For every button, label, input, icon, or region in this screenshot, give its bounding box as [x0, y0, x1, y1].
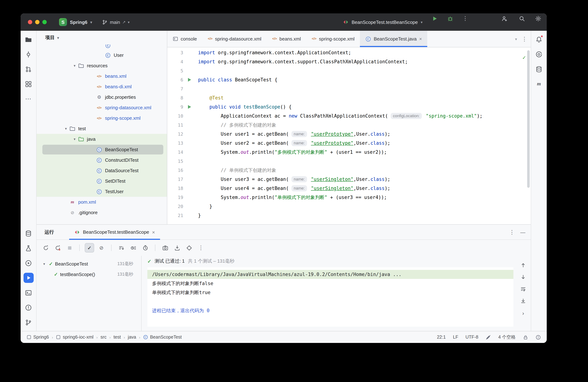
tool-services-button[interactable]: [23, 258, 34, 268]
tree-item-java[interactable]: ▾java: [37, 134, 167, 144]
tool-database-button[interactable]: [23, 228, 34, 238]
run-gutter-icon[interactable]: [186, 104, 192, 110]
editor-scrollbar[interactable]: [527, 50, 530, 188]
editor-tab-spring-datasource.xml[interactable]: </>spring-datasource.xml: [202, 31, 267, 47]
tree-item-.gitignore[interactable]: ⊘.gitignore: [37, 207, 167, 218]
test-node-testBeanScope()[interactable]: ✓testBeanScope()131毫秒: [37, 269, 141, 280]
breadcrumb-item[interactable]: spring6-ioc-xml: [56, 335, 94, 340]
project-panel-header[interactable]: 项目 ▾: [37, 31, 167, 44]
tool-version-control-button[interactable]: [23, 317, 34, 327]
close-tab-icon[interactable]: ×: [419, 36, 422, 42]
scroll-end-button[interactable]: [519, 297, 527, 305]
stop-button[interactable]: [65, 243, 74, 252]
import-results-button[interactable]: [172, 243, 182, 252]
editor-tab-beans.xml[interactable]: </>beans.xml: [267, 31, 306, 47]
screenshot-button[interactable]: [160, 243, 170, 252]
hidden-tabs-button[interactable]: ▾: [515, 31, 517, 47]
tool-terminal-button[interactable]: [23, 287, 34, 298]
tool-ai-assistant-button[interactable]: [534, 49, 544, 59]
tool-problems-button[interactable]: [23, 303, 34, 313]
soft-wrap-button[interactable]: [519, 285, 527, 293]
tree-item-jdbc.properties[interactable]: ⚙jdbc.properties: [37, 92, 167, 102]
status-widget[interactable]: LF: [453, 335, 458, 340]
test-node-BeanScopeTest[interactable]: ▾✓BeanScopeTest131毫秒: [37, 259, 141, 269]
breadcrumb-item[interactable]: test: [113, 335, 121, 340]
tree-item-beans-di.xml[interactable]: </>beans-di.xml: [37, 81, 167, 92]
sort-alpha-button[interactable]: [117, 243, 126, 252]
tree-item-SetDITest[interactable]: CSetDITest: [37, 176, 167, 186]
run-button[interactable]: [429, 13, 440, 23]
close-window-button[interactable]: [28, 20, 32, 24]
status-widget[interactable]: 4 个空格: [498, 334, 516, 340]
tree-item-pom.xml[interactable]: mpom.xml: [37, 197, 167, 207]
hide-panel-button[interactable]: —: [519, 228, 527, 237]
status-widget[interactable]: 22:1: [437, 335, 446, 340]
zoom-window-button[interactable]: [42, 20, 47, 24]
tool-more-button[interactable]: ⋯: [23, 94, 34, 104]
tool-database-button[interactable]: [534, 64, 544, 74]
tool-project-button[interactable]: [23, 34, 34, 44]
branch-widget[interactable]: main ↗ ▾: [102, 19, 130, 25]
chevron-down-icon[interactable]: ▾: [42, 262, 47, 266]
tool-maven-button[interactable]: m: [534, 79, 544, 89]
breadcrumb-item[interactable]: CBeanScopeTest: [143, 335, 182, 340]
tool-run-button[interactable]: [23, 273, 34, 283]
debug-button[interactable]: [445, 13, 455, 23]
inspections-passed-icon[interactable]: ✓: [523, 53, 526, 62]
breadcrumb-item[interactable]: java: [128, 335, 136, 340]
tree-item-DataSourceTest[interactable]: CDataSourceTest: [37, 165, 167, 176]
tree-item-TestUser[interactable]: CTestUser: [37, 186, 167, 197]
rerun-button[interactable]: [41, 243, 50, 252]
tree-item-spring-scope.xml[interactable]: </>spring-scope.xml: [37, 113, 167, 123]
editor-tab-spring-scope.xml[interactable]: </>spring-scope.xml: [306, 31, 360, 47]
more-v-button[interactable]: ⋮: [196, 243, 206, 252]
sort-duration-button[interactable]: [128, 243, 138, 252]
lock-icon[interactable]: [523, 334, 528, 340]
expand-button[interactable]: ›: [519, 308, 527, 317]
breadcrumb-item[interactable]: Spring6: [26, 335, 49, 340]
breadcrumb-item[interactable]: src: [101, 335, 106, 340]
tab-options-button[interactable]: ⋮: [522, 31, 527, 47]
editor-tab-BeanScopeTest.java[interactable]: CBeanScopeTest.java×: [360, 31, 427, 47]
readonly-icon[interactable]: [485, 334, 491, 340]
tree-item-BeanScopeTest[interactable]: CBeanScopeTest: [37, 144, 167, 155]
pin-button[interactable]: [184, 243, 194, 252]
tree-item-test[interactable]: ▾test: [37, 123, 167, 134]
run-tab[interactable]: BeanScopeTest.testBeanScope ×: [69, 225, 160, 240]
code-editor[interactable]: 3import org.springframework.context.Appl…: [167, 47, 531, 224]
editor-tab-console[interactable]: console: [167, 31, 202, 47]
chevron-down-icon[interactable]: ▾: [63, 127, 69, 131]
run-gutter-icon[interactable]: [186, 77, 192, 82]
status-widget[interactable]: UTF-8: [465, 335, 478, 340]
tree-item[interactable]: C: [37, 44, 167, 50]
chevron-down-icon[interactable]: ▾: [71, 137, 78, 141]
tool-notifications-button[interactable]: [534, 34, 544, 44]
show-passed-button[interactable]: ✓: [85, 243, 94, 252]
down-button[interactable]: [519, 273, 527, 281]
rerun-failed-button[interactable]: [53, 243, 62, 252]
run-configuration-selector[interactable]: BeanScopeTest.testBeanScope ▾: [343, 13, 422, 31]
run-panel-options-button[interactable]: ⋮: [508, 228, 516, 237]
elapsed-time-button[interactable]: [141, 243, 150, 252]
more-actions-button[interactable]: ⋮: [460, 13, 470, 23]
tree-item-spring-datasource.xml[interactable]: </>spring-datasource.xml: [37, 102, 167, 113]
run-console[interactable]: /Users/codermast/Library/Java/JavaVirtua…: [147, 267, 513, 327]
tree-item-User[interactable]: CUser: [37, 50, 167, 60]
up-button[interactable]: [519, 261, 527, 269]
tool-commit-button[interactable]: [23, 49, 34, 59]
chevron-down-icon[interactable]: ▾: [71, 64, 78, 68]
tree-item-beans.xml[interactable]: </>beans.xml: [37, 71, 167, 81]
show-ignored-button[interactable]: ⊘: [97, 243, 106, 252]
alert-icon[interactable]: [536, 334, 541, 340]
tool-structure-button[interactable]: [23, 79, 34, 89]
tree-item-ConstructDITest[interactable]: CConstructDITest: [37, 155, 167, 165]
tool-pull-requests-button[interactable]: [23, 64, 34, 74]
tool-tests-button[interactable]: [23, 243, 34, 253]
close-tab-icon[interactable]: ×: [152, 229, 155, 235]
tree-item-resources[interactable]: ▾resources: [37, 60, 167, 71]
search-everywhere-button[interactable]: [517, 13, 527, 23]
minimize-window-button[interactable]: [35, 20, 40, 24]
settings-button[interactable]: [533, 13, 543, 23]
code-with-me-button[interactable]: [499, 13, 509, 23]
project-widget[interactable]: S Spring6 ▾: [59, 18, 92, 26]
